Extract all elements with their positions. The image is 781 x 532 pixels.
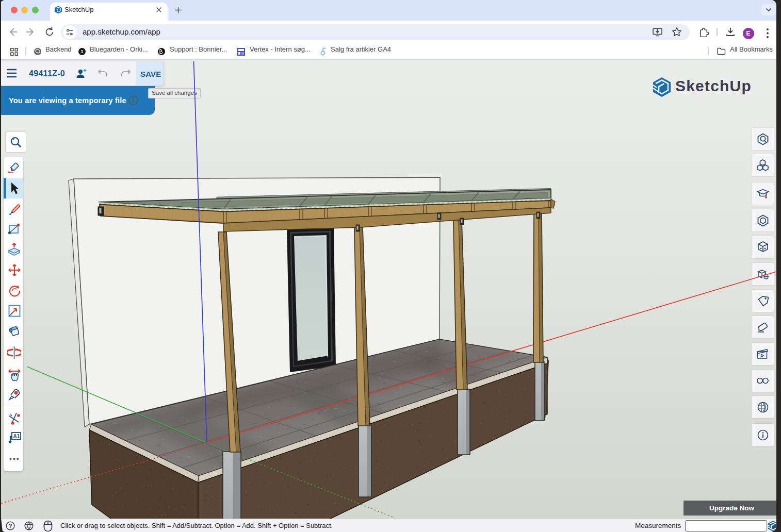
svg-text:?: ? — [9, 523, 12, 529]
svg-text:A1: A1 — [13, 434, 20, 439]
